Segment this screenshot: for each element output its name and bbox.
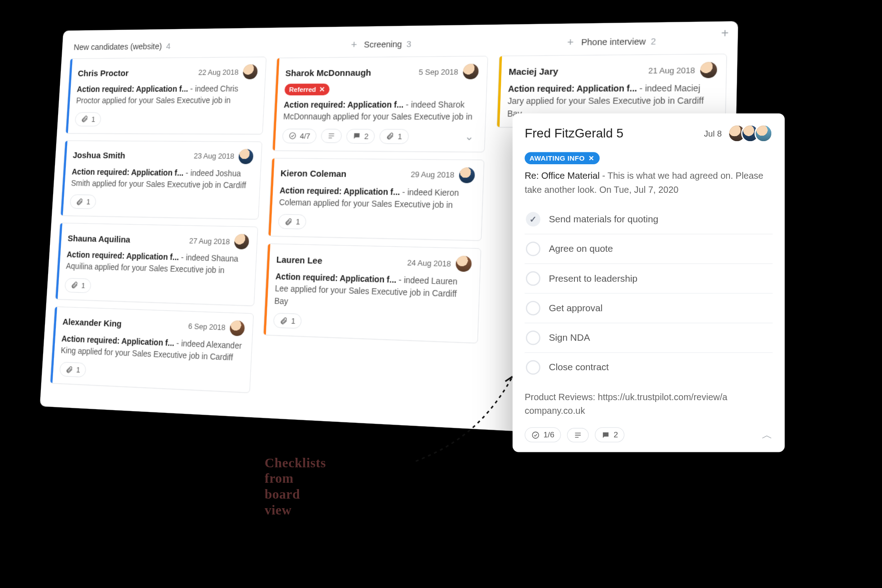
kanban-card[interactable]: Chris Proctor22 Aug 2018Action required:…: [65, 57, 267, 134]
checklist-label: Send materials for quoting: [549, 214, 658, 225]
avatar: [456, 256, 472, 272]
svg-point-0: [289, 132, 296, 139]
checklist-item[interactable]: Agree on quote: [524, 235, 773, 264]
card-date: 6 Sep 2018: [188, 322, 225, 332]
pill-text: 1: [397, 132, 402, 141]
status-tag-label: AWAITING INFO: [529, 155, 585, 162]
avatar: [700, 62, 717, 78]
checklist-label: Agree on quote: [549, 244, 613, 255]
card-lead: Action required: Application f...: [72, 167, 184, 177]
checkbox[interactable]: [526, 271, 540, 286]
column-title: Phone interview: [581, 37, 646, 47]
card-tag[interactable]: Referred✕: [284, 83, 330, 95]
card-stripe: [61, 141, 68, 216]
column-count: 2: [651, 36, 656, 46]
pill-text: 1: [91, 115, 96, 123]
card-detail-panel: Fred FitzGerald 5 Jul 8 AWAITING INFO ✕ …: [513, 113, 785, 452]
collapse-button[interactable]: ︿: [762, 427, 773, 442]
add-card-icon[interactable]: +: [351, 39, 357, 50]
card-stripe: [269, 158, 274, 236]
kanban-card[interactable]: Shauna Aquilina27 Aug 2018Action require…: [55, 223, 258, 306]
notes-icon: [327, 132, 336, 140]
card-lead: Action required: Application f...: [508, 83, 637, 94]
attach-pill[interactable]: 1: [64, 278, 92, 293]
checklist-label: Present to leadership: [549, 273, 637, 284]
card-name: Joshua Smith: [73, 150, 125, 160]
checkbox[interactable]: [526, 330, 540, 345]
column-header[interactable]: +Phone interview2: [499, 29, 728, 55]
card-name: Lauren Lee: [276, 254, 323, 265]
comments-pill[interactable]: 2: [595, 427, 625, 442]
notes-pill[interactable]: [321, 129, 342, 143]
column-count: 4: [166, 42, 171, 51]
checklist-item[interactable]: Present to leadership: [524, 264, 773, 294]
avatar: [459, 167, 475, 183]
pill-text: 1: [296, 217, 300, 226]
notes-pill[interactable]: [567, 427, 589, 442]
detail-body: Re: Office Material - This is what we ha…: [524, 169, 773, 196]
column-header[interactable]: New candidates (website)4: [70, 34, 268, 58]
checklist-item[interactable]: Close contract: [524, 353, 773, 382]
notes-icon: [573, 431, 582, 439]
checkbox[interactable]: [526, 212, 540, 226]
board-column: +Screening3Sharok McDonnaugh5 Sep 2018Re…: [263, 32, 489, 351]
card-pills: 1: [64, 278, 247, 298]
kanban-card[interactable]: Lauren Lee24 Aug 2018Action required: Ap…: [263, 244, 481, 343]
pill-text: 1: [76, 366, 80, 375]
svg-point-1: [532, 431, 539, 438]
card-date: 22 Aug 2018: [198, 68, 239, 77]
kanban-card[interactable]: Sharok McDonnaugh5 Sep 2018Referred✕Acti…: [272, 56, 488, 152]
add-card-icon[interactable]: +: [567, 37, 574, 48]
detail-avatar-stack: [728, 124, 773, 142]
card-stripe: [497, 56, 502, 127]
checkbox[interactable]: [526, 301, 540, 315]
checklist-label: Close contract: [549, 362, 609, 373]
chevron-down-icon[interactable]: ⌄: [462, 130, 476, 143]
progress-pill[interactable]: 4/7: [282, 128, 317, 143]
column-header[interactable]: +Screening3: [277, 32, 489, 58]
kanban-card[interactable]: Kieron Coleman29 Aug 2018Action required…: [268, 158, 484, 241]
attach-pill[interactable]: 1: [379, 129, 409, 144]
close-icon[interactable]: ✕: [588, 154, 595, 162]
attach-pill[interactable]: 1: [273, 313, 302, 328]
card-body: Action required: Application f... - inde…: [279, 184, 475, 211]
checklist-item[interactable]: Sign NDA: [524, 323, 773, 353]
avatar: [463, 64, 479, 79]
card-name: Maciej Jary: [509, 66, 559, 76]
avatar: [755, 124, 773, 142]
attach-pill[interactable]: 1: [59, 362, 87, 378]
board-column: New candidates (website)4Chris Proctor22…: [49, 34, 268, 400]
card-lead: Action required: Application f...: [279, 186, 400, 197]
status-tag[interactable]: AWAITING INFO ✕: [524, 152, 599, 164]
checklist-item[interactable]: Send materials for quoting: [524, 205, 773, 234]
add-column-button[interactable]: +: [721, 26, 729, 41]
close-icon[interactable]: ✕: [319, 85, 325, 93]
attach-pill[interactable]: 1: [69, 195, 96, 209]
kanban-card[interactable]: Alexander King6 Sep 2018Action required:…: [50, 306, 254, 393]
card-name: Kieron Coleman: [280, 168, 347, 179]
card-stripe: [55, 223, 62, 299]
card-body: Action required: Application f... - inde…: [71, 166, 253, 191]
attach-icon: [65, 365, 74, 374]
annotation-text: Checklists from board view: [265, 455, 326, 518]
card-stripe: [273, 58, 279, 150]
comment-icon: [602, 431, 610, 439]
card-body: Action required: Application f... - inde…: [60, 333, 244, 364]
checkbox[interactable]: [526, 360, 540, 375]
detail-date: Jul 8: [704, 128, 722, 138]
attach-pill[interactable]: 1: [75, 112, 102, 126]
pill-text: 1: [86, 197, 91, 206]
attach-pill[interactable]: 1: [278, 214, 306, 230]
checklist-label: Sign NDA: [549, 332, 590, 343]
card-body: Action required: Application f... - inde…: [66, 249, 249, 277]
comments-icon: [353, 132, 361, 140]
comments-pill[interactable]: 2: [346, 129, 375, 144]
card-pills: 1: [69, 195, 251, 212]
card-pills: 4/721⌄: [282, 128, 477, 144]
progress-pill[interactable]: 1/6: [524, 427, 561, 442]
checkbox[interactable]: [526, 242, 540, 256]
checklist-item[interactable]: Get approval: [524, 294, 773, 323]
avatar: [238, 149, 254, 164]
attach-icon: [386, 132, 395, 140]
kanban-card[interactable]: Joshua Smith23 Aug 2018Action required: …: [60, 140, 263, 220]
